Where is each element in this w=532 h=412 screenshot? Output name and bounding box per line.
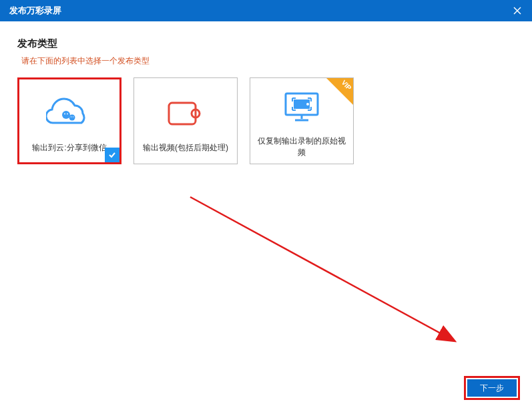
svg-point-4 xyxy=(64,113,65,114)
next-button[interactable]: 下一步 xyxy=(467,379,517,397)
options-row: 输出到云:分享到微信 输出视频(包括后期处理) VIP xyxy=(17,77,515,164)
option-copy[interactable]: VIP 仅复制输出录制的原始视频 xyxy=(250,77,354,164)
option-cloud[interactable]: 输出到云:分享到微信 xyxy=(17,77,121,164)
svg-point-7 xyxy=(73,116,73,117)
selected-checkmark xyxy=(105,148,119,162)
content-area: 发布类型 请在下面的列表中选择一个发布类型 输出到云:分享到微信 xyxy=(0,21,532,180)
svg-point-12 xyxy=(306,103,309,106)
svg-line-16 xyxy=(190,197,454,341)
svg-point-2 xyxy=(62,111,70,119)
close-button[interactable] xyxy=(509,3,525,19)
section-subtitle: 请在下面的列表中选择一个发布类型 xyxy=(17,55,515,67)
window-title: 发布万彩录屏 xyxy=(9,5,61,17)
next-button-highlight: 下一步 xyxy=(464,376,520,400)
monitor-icon xyxy=(282,86,322,129)
footer: 下一步 xyxy=(464,376,520,400)
section-title: 发布类型 xyxy=(17,37,515,50)
option-copy-label: 仅复制输出录制的原始视频 xyxy=(256,136,348,158)
svg-point-3 xyxy=(69,114,75,120)
titlebar: 发布万彩录屏 xyxy=(0,0,532,21)
check-icon xyxy=(107,150,117,160)
option-cloud-label: 输出到云:分享到微信 xyxy=(32,142,106,154)
cloud-icon xyxy=(46,91,93,136)
annotation-arrow xyxy=(187,194,467,354)
svg-point-6 xyxy=(71,116,71,117)
option-video[interactable]: 输出视频(包括后期处理) xyxy=(134,77,238,164)
close-icon xyxy=(513,7,521,15)
svg-point-5 xyxy=(67,113,68,114)
option-video-label: 输出视频(包括后期处理) xyxy=(143,142,228,154)
video-icon xyxy=(166,91,206,136)
